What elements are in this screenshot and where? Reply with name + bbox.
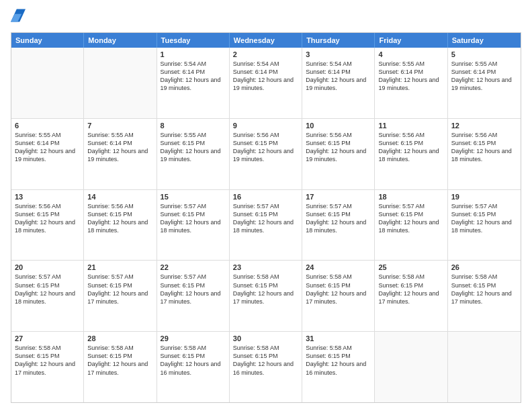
cell-info: Sunrise: 5:57 AM Sunset: 6:15 PM Dayligh… — [306, 202, 371, 235]
page: SundayMondayTuesdayWednesdayThursdayFrid… — [0, 0, 532, 411]
day-number: 5 — [451, 50, 517, 58]
day-number: 19 — [451, 193, 517, 201]
cell-info: Sunrise: 5:55 AM Sunset: 6:14 PM Dayligh… — [378, 60, 443, 93]
day-number: 2 — [233, 50, 298, 58]
calendar-cell: 11Sunrise: 5:56 AM Sunset: 6:15 PM Dayli… — [375, 119, 447, 189]
calendar-header: SundayMondayTuesdayWednesdayThursdayFrid… — [11, 33, 521, 48]
day-number: 1 — [161, 50, 226, 58]
day-number: 17 — [306, 193, 371, 201]
day-number: 16 — [233, 193, 298, 201]
calendar-cell: 16Sunrise: 5:57 AM Sunset: 6:15 PM Dayli… — [230, 190, 302, 261]
calendar-cell: 6Sunrise: 5:55 AM Sunset: 6:14 PM Daylig… — [11, 119, 84, 189]
calendar-cell — [84, 48, 157, 118]
day-number: 28 — [87, 334, 152, 342]
day-number: 11 — [378, 122, 443, 130]
weekday-header: Sunday — [11, 33, 84, 48]
day-number: 21 — [87, 263, 152, 271]
day-number: 27 — [15, 334, 80, 342]
day-number: 13 — [15, 193, 80, 201]
cell-info: Sunrise: 5:58 AM Sunset: 6:15 PM Dayligh… — [306, 344, 371, 377]
day-number: 7 — [87, 122, 152, 130]
cell-info: Sunrise: 5:56 AM Sunset: 6:15 PM Dayligh… — [306, 131, 371, 164]
logo-icon — [11, 8, 26, 23]
calendar-cell: 18Sunrise: 5:57 AM Sunset: 6:15 PM Dayli… — [375, 190, 447, 261]
calendar-cell: 23Sunrise: 5:58 AM Sunset: 6:15 PM Dayli… — [230, 261, 302, 331]
calendar-cell: 7Sunrise: 5:55 AM Sunset: 6:14 PM Daylig… — [84, 119, 157, 189]
day-number: 15 — [161, 193, 226, 201]
day-number: 3 — [306, 50, 371, 58]
calendar-row: 1Sunrise: 5:54 AM Sunset: 6:14 PM Daylig… — [11, 48, 521, 119]
calendar-body: 1Sunrise: 5:54 AM Sunset: 6:14 PM Daylig… — [11, 48, 521, 402]
calendar-cell: 13Sunrise: 5:56 AM Sunset: 6:15 PM Dayli… — [11, 190, 84, 261]
calendar-cell: 24Sunrise: 5:58 AM Sunset: 6:15 PM Dayli… — [302, 261, 375, 331]
cell-info: Sunrise: 5:56 AM Sunset: 6:15 PM Dayligh… — [451, 131, 517, 164]
calendar-cell: 9Sunrise: 5:56 AM Sunset: 6:15 PM Daylig… — [230, 119, 302, 189]
cell-info: Sunrise: 5:55 AM Sunset: 6:14 PM Dayligh… — [87, 131, 152, 164]
calendar-cell: 19Sunrise: 5:57 AM Sunset: 6:15 PM Dayli… — [448, 190, 521, 261]
day-number: 30 — [233, 334, 298, 342]
day-number: 26 — [451, 263, 517, 271]
cell-info: Sunrise: 5:58 AM Sunset: 6:15 PM Dayligh… — [306, 273, 371, 306]
cell-info: Sunrise: 5:58 AM Sunset: 6:15 PM Dayligh… — [15, 344, 80, 377]
cell-info: Sunrise: 5:58 AM Sunset: 6:15 PM Dayligh… — [233, 273, 298, 306]
calendar-cell — [11, 48, 84, 118]
day-number: 6 — [15, 122, 80, 130]
calendar-row: 27Sunrise: 5:58 AM Sunset: 6:15 PM Dayli… — [11, 332, 521, 402]
cell-info: Sunrise: 5:56 AM Sunset: 6:15 PM Dayligh… — [378, 131, 443, 164]
calendar-cell: 10Sunrise: 5:56 AM Sunset: 6:15 PM Dayli… — [302, 119, 375, 189]
weekday-header: Thursday — [302, 33, 375, 48]
cell-info: Sunrise: 5:57 AM Sunset: 6:15 PM Dayligh… — [233, 202, 298, 235]
day-number: 14 — [87, 193, 152, 201]
day-number: 8 — [161, 122, 226, 130]
calendar-cell: 8Sunrise: 5:55 AM Sunset: 6:15 PM Daylig… — [157, 119, 230, 189]
cell-info: Sunrise: 5:56 AM Sunset: 6:15 PM Dayligh… — [233, 131, 298, 164]
cell-info: Sunrise: 5:57 AM Sunset: 6:15 PM Dayligh… — [161, 202, 226, 235]
cell-info: Sunrise: 5:56 AM Sunset: 6:15 PM Dayligh… — [15, 202, 80, 235]
calendar-row: 20Sunrise: 5:57 AM Sunset: 6:15 PM Dayli… — [11, 261, 521, 332]
day-number: 10 — [306, 122, 371, 130]
calendar: SundayMondayTuesdayWednesdayThursdayFrid… — [11, 32, 521, 403]
weekday-header: Tuesday — [157, 33, 230, 48]
cell-info: Sunrise: 5:58 AM Sunset: 6:15 PM Dayligh… — [233, 344, 298, 377]
day-number: 20 — [15, 263, 80, 271]
weekday-header: Saturday — [448, 33, 521, 48]
cell-info: Sunrise: 5:54 AM Sunset: 6:14 PM Dayligh… — [161, 60, 226, 93]
calendar-cell: 2Sunrise: 5:54 AM Sunset: 6:14 PM Daylig… — [230, 48, 302, 118]
weekday-header: Friday — [375, 33, 447, 48]
cell-info: Sunrise: 5:54 AM Sunset: 6:14 PM Dayligh… — [306, 60, 371, 93]
cell-info: Sunrise: 5:57 AM Sunset: 6:15 PM Dayligh… — [451, 202, 517, 235]
calendar-cell: 17Sunrise: 5:57 AM Sunset: 6:15 PM Dayli… — [302, 190, 375, 261]
calendar-cell: 3Sunrise: 5:54 AM Sunset: 6:14 PM Daylig… — [302, 48, 375, 118]
cell-info: Sunrise: 5:54 AM Sunset: 6:14 PM Dayligh… — [233, 60, 298, 93]
calendar-cell: 29Sunrise: 5:58 AM Sunset: 6:15 PM Dayli… — [157, 332, 230, 402]
day-number: 29 — [161, 334, 226, 342]
day-number: 12 — [451, 122, 517, 130]
day-number: 22 — [161, 263, 226, 271]
weekday-header: Wednesday — [230, 33, 302, 48]
cell-info: Sunrise: 5:55 AM Sunset: 6:14 PM Dayligh… — [451, 60, 517, 93]
cell-info: Sunrise: 5:55 AM Sunset: 6:15 PM Dayligh… — [161, 131, 226, 164]
calendar-cell — [448, 332, 521, 402]
logo — [11, 8, 27, 27]
day-number: 18 — [378, 193, 443, 201]
calendar-cell: 28Sunrise: 5:58 AM Sunset: 6:15 PM Dayli… — [84, 332, 157, 402]
cell-info: Sunrise: 5:55 AM Sunset: 6:14 PM Dayligh… — [15, 131, 80, 164]
cell-info: Sunrise: 5:57 AM Sunset: 6:15 PM Dayligh… — [161, 273, 226, 306]
cell-info: Sunrise: 5:57 AM Sunset: 6:15 PM Dayligh… — [87, 273, 152, 306]
calendar-cell: 30Sunrise: 5:58 AM Sunset: 6:15 PM Dayli… — [230, 332, 302, 402]
calendar-row: 13Sunrise: 5:56 AM Sunset: 6:15 PM Dayli… — [11, 190, 521, 261]
calendar-cell: 12Sunrise: 5:56 AM Sunset: 6:15 PM Dayli… — [448, 119, 521, 189]
day-number: 23 — [233, 263, 298, 271]
calendar-cell: 22Sunrise: 5:57 AM Sunset: 6:15 PM Dayli… — [157, 261, 230, 331]
day-number: 25 — [378, 263, 443, 271]
cell-info: Sunrise: 5:56 AM Sunset: 6:15 PM Dayligh… — [87, 202, 152, 235]
day-number: 31 — [306, 334, 371, 342]
calendar-cell: 25Sunrise: 5:58 AM Sunset: 6:15 PM Dayli… — [375, 261, 447, 331]
calendar-cell: 5Sunrise: 5:55 AM Sunset: 6:14 PM Daylig… — [448, 48, 521, 118]
calendar-cell: 21Sunrise: 5:57 AM Sunset: 6:15 PM Dayli… — [84, 261, 157, 331]
calendar-cell: 20Sunrise: 5:57 AM Sunset: 6:15 PM Dayli… — [11, 261, 84, 331]
calendar-cell: 15Sunrise: 5:57 AM Sunset: 6:15 PM Dayli… — [157, 190, 230, 261]
calendar-cell: 14Sunrise: 5:56 AM Sunset: 6:15 PM Dayli… — [84, 190, 157, 261]
calendar-cell: 26Sunrise: 5:58 AM Sunset: 6:15 PM Dayli… — [448, 261, 521, 331]
header — [11, 8, 521, 27]
